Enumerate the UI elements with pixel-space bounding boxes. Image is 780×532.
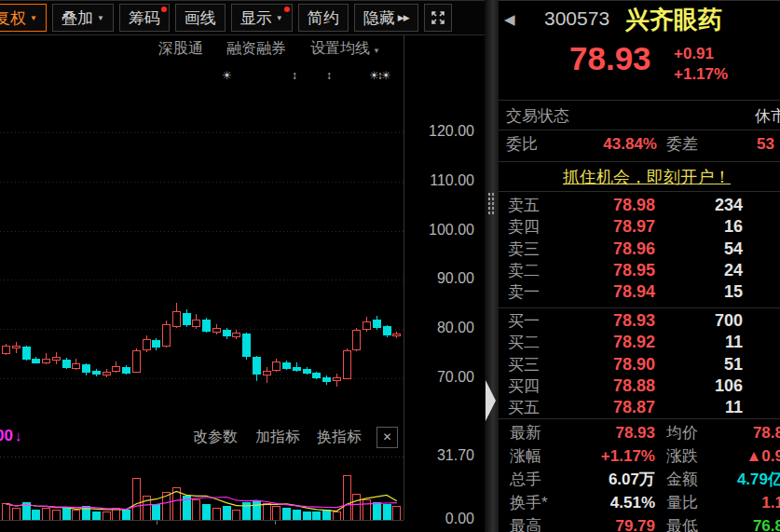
add-indicator-link[interactable]: 加指标: [255, 428, 300, 447]
chart-subbar: 深股通融资融券设置均线▼: [0, 34, 404, 61]
toolbar-button-huaxian[interactable]: 画线: [175, 4, 226, 32]
candlestick-chart[interactable]: ☀↕↕☀↕☀: [0, 61, 404, 424]
book-volume: 15: [655, 282, 743, 302]
switch-indicator-link[interactable]: 换指标: [317, 428, 362, 447]
book-volume: 16: [655, 217, 743, 237]
divider-line: [499, 100, 780, 101]
order-book-row[interactable]: 买三78.9051: [499, 354, 780, 375]
weicha-value: 53: [757, 131, 774, 157]
order-book-row[interactable]: 买四78.88106: [499, 375, 780, 397]
quote-panel: ◀ 300573 兴齐眼药 78.93 +0.91 +1.17% 交易状态 休市…: [499, 0, 780, 532]
stat-value: +1.17%: [564, 447, 655, 466]
book-level-label: 卖二: [508, 260, 556, 281]
toolbar-button-diejia[interactable]: 叠加▼: [52, 4, 114, 32]
toolbar-button-fuquan[interactable]: 复权▼: [0, 4, 47, 32]
close-indicator-button[interactable]: ✕: [376, 427, 398, 448]
stat-label: 换手*: [510, 492, 564, 513]
book-price: 78.90: [556, 355, 655, 375]
event-marker-icon: ☀: [222, 69, 230, 82]
book-level-label: 卖五: [508, 195, 556, 216]
book-volume: 234: [655, 196, 743, 215]
book-volume: 51: [655, 355, 743, 375]
caret-down-icon: ▼: [30, 14, 37, 22]
link-shezhijunxian[interactable]: 设置均线▼: [310, 39, 380, 59]
book-volume: 106: [655, 376, 743, 396]
volume-axis-label: 0.00: [445, 511, 474, 527]
drag-grip-icon[interactable]: [487, 192, 496, 216]
link-shengutong[interactable]: 深股通: [158, 39, 203, 59]
book-price: 78.93: [556, 311, 655, 331]
book-price: 78.94: [556, 282, 655, 302]
price-axis-label: 100.00: [429, 222, 474, 239]
stat-label: 量比: [666, 492, 722, 513]
toolbar-button-label: 画线: [185, 7, 216, 29]
link-rongzirongquan[interactable]: 融资融券: [226, 39, 286, 59]
price-axis: 120.00110.00100.0090.0080.0070.0031.700.…: [404, 34, 486, 520]
order-book-row[interactable]: 卖三78.9654: [499, 239, 780, 260]
trading-status-row: 交易状态 休市: [499, 103, 780, 130]
book-level-label: 买四: [508, 375, 556, 397]
change-params-link[interactable]: 改参数: [193, 428, 238, 447]
toolbar-button-jianyue[interactable]: 简约: [298, 4, 349, 32]
weicha-label: 委差: [666, 131, 698, 157]
volume-ma-label: 00↓: [0, 427, 21, 445]
order-book-row[interactable]: 买二78.9211: [499, 332, 780, 353]
volume-chart[interactable]: [0, 449, 404, 521]
stat-value: 6.07万: [564, 469, 655, 490]
toolbar-button-chouma[interactable]: 筹码: [119, 4, 170, 32]
red-dot-badge: [161, 7, 167, 12]
stat-label: 涨幅: [510, 445, 564, 467]
collapse-panel-arrow-icon[interactable]: [486, 380, 496, 421]
volume-svg: [0, 449, 404, 521]
book-level-label: 卖一: [508, 281, 556, 303]
event-marker-icon: ↕: [326, 69, 330, 82]
book-price: 78.88: [556, 376, 655, 396]
last-price: 78.93: [569, 40, 651, 77]
book-level-label: 买三: [508, 354, 556, 375]
volume-ma-value: 00: [0, 427, 13, 444]
book-price: 78.95: [556, 261, 655, 280]
weibi-value: 43.84%: [554, 131, 657, 157]
down-arrow-icon: ↓: [15, 428, 22, 443]
open-account-link[interactable]: 抓住机会，即刻开户！: [563, 168, 731, 186]
toolbar-button-label: 简约: [308, 7, 339, 29]
stat-value: 78.93: [564, 424, 655, 443]
order-book-row[interactable]: 卖五78.98234: [499, 195, 780, 216]
order-book-row[interactable]: 卖一78.9415: [499, 281, 780, 303]
stat-label: 最低: [666, 515, 722, 532]
stat-value: 78.8: [722, 424, 780, 443]
fullscreen-button[interactable]: [424, 4, 452, 32]
order-book-row[interactable]: 买一78.93700: [499, 310, 780, 332]
volume-axis-label: 31.70: [437, 447, 474, 464]
toolbar-button-yincang[interactable]: 隐藏▶▶: [354, 4, 418, 32]
price-axis-label: 110.00: [430, 172, 474, 189]
book-level-label: 买一: [508, 310, 556, 332]
divider-line: [499, 418, 780, 419]
book-volume: 11: [655, 333, 743, 352]
toolbar-button-label: 复权: [0, 7, 26, 29]
book-volume: 24: [655, 261, 743, 280]
stat-row: 总手6.07万金额4.79亿: [499, 468, 780, 491]
price-axis-label: 90.00: [437, 270, 474, 287]
price-change-percent: +1.17%: [674, 65, 728, 84]
stat-value: ▲0.9: [722, 447, 780, 466]
panel-divider[interactable]: [485, 0, 499, 532]
order-book-row[interactable]: 卖二78.9524: [499, 260, 780, 281]
stat-row: 最新78.93均价78.8: [499, 421, 780, 444]
stat-row: 涨幅+1.17%涨跌▲0.9: [499, 444, 780, 468]
book-volume: 54: [655, 239, 743, 259]
price-axis-label: 120.00: [429, 123, 474, 140]
stat-row: 最高79.79最低76.8: [499, 514, 780, 532]
book-separator-line: [499, 307, 780, 308]
toolbar-button-xianshi[interactable]: 显示▼: [231, 4, 293, 32]
stat-value: 79.79: [564, 517, 655, 532]
book-level-label: 买五: [508, 397, 556, 418]
stat-label: 最新: [510, 422, 564, 443]
order-book-row[interactable]: 买五78.8711: [499, 397, 780, 418]
toolbar-button-label: 隐藏: [363, 7, 395, 29]
order-book-row[interactable]: 卖四78.9716: [499, 216, 780, 238]
back-chevron-icon[interactable]: ◀: [504, 11, 515, 28]
sell-order-book: 卖五78.98234卖四78.9716卖三78.9654卖二78.9524卖一7…: [499, 195, 780, 303]
book-price: 78.92: [556, 333, 655, 352]
stat-value: 76.8: [722, 517, 780, 532]
